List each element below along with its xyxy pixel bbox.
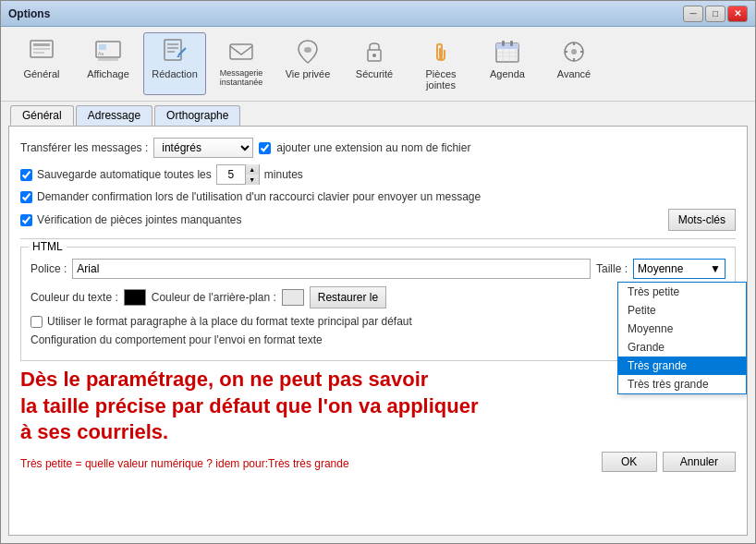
toolbar-item-avance[interactable]: Avancé [543, 32, 605, 95]
toolbar-item-affichage[interactable]: Aa Affichage [77, 32, 140, 95]
svg-marker-13 [177, 55, 180, 57]
utiliser-format-label: Utiliser le format paragraphe à la place… [47, 315, 412, 328]
tab-adressage[interactable]: Adressage [76, 105, 152, 126]
toolbar-label-vie-privee: Vie privée [286, 68, 331, 79]
mots-cles-button[interactable]: Mots-clés [668, 209, 736, 231]
transferer-row: Transférer les messages : intégrés en li… [20, 138, 736, 158]
toolbar-label-securite: Sécurité [356, 68, 393, 79]
utiliser-format-checkbox[interactable] [30, 316, 43, 328]
ajouter-extension-label: ajouter une extension au nom de fichier [276, 141, 470, 154]
toolbar-label-agenda: Agenda [490, 68, 525, 79]
svg-point-17 [372, 54, 376, 57]
restaurer-button[interactable]: Restaurer le [310, 286, 386, 308]
configuration-label: Configuration du comportement pour l'env… [30, 333, 323, 346]
svg-rect-7 [98, 58, 118, 61]
transferer-select[interactable]: intégrés en ligne en pièce jointe [153, 138, 253, 158]
verification-checkbox[interactable] [20, 214, 32, 226]
options-window: Options ─ □ ✕ Général [0, 0, 756, 544]
police-input[interactable] [72, 259, 591, 279]
svg-line-12 [178, 48, 186, 55]
toolbar-item-pieces-jointes[interactable]: Pièces jointes [409, 32, 472, 95]
svg-rect-25 [502, 41, 505, 46]
demander-label: Demander confirmation lors de l'utilisat… [37, 190, 481, 203]
window-title: Options [8, 7, 50, 20]
sauvegarde-row: Sauvegarde automatique toutes les ▲ ▼ mi… [20, 164, 736, 185]
minimize-button[interactable]: ─ [683, 6, 703, 22]
spin-down[interactable]: ▼ [246, 175, 259, 185]
demander-row: Demander confirmation lors de l'utilisat… [20, 190, 736, 203]
dropdown-item-tres-petite[interactable]: Très petite [618, 283, 746, 301]
taille-dropdown-button[interactable]: Moyenne ▼ [633, 259, 726, 279]
dropdown-item-tres-grande[interactable]: Très grande [618, 357, 746, 375]
svg-rect-5 [99, 44, 106, 50]
toolbar-item-vie-privee[interactable]: Vie privée [276, 32, 339, 95]
spin-buttons: ▲ ▼ [245, 164, 259, 185]
title-bar: Options ─ □ ✕ [1, 1, 755, 27]
tab-bar: Général Adressage Orthographe [1, 102, 755, 126]
toolbar-label-messagerie: Messagerie instantanée [213, 68, 270, 87]
bottom-bar: Très petite = quelle valeur numérique ? … [20, 452, 736, 472]
tab-orthographe[interactable]: Orthographe [154, 105, 240, 126]
svg-rect-10 [167, 47, 178, 49]
redaction-icon [160, 37, 189, 66]
toolbar-label-avance: Avancé [557, 68, 591, 79]
title-bar-controls: ─ □ ✕ [683, 6, 748, 22]
spin-up[interactable]: ▲ [246, 164, 259, 175]
verification-label: Vérification de pièces jointes manquante… [37, 213, 241, 226]
tab-general[interactable]: Général [10, 105, 74, 126]
svg-point-15 [304, 47, 311, 53]
couleur-texte-swatch[interactable] [124, 289, 146, 306]
sauvegarde-input[interactable] [217, 168, 245, 181]
securite-icon [360, 37, 389, 66]
preview-line3: à ses courriels. [20, 420, 168, 443]
toolbar-item-securite[interactable]: Sécurité [343, 32, 406, 95]
dropdown-item-petite[interactable]: Petite [618, 301, 746, 320]
svg-rect-11 [167, 51, 175, 53]
svg-rect-14 [230, 44, 252, 59]
toolbar-label-affichage: Affichage [87, 68, 129, 79]
demander-checkbox[interactable] [20, 191, 32, 203]
svg-point-28 [571, 49, 577, 54]
ok-button[interactable]: OK [602, 452, 657, 472]
toolbar-item-messagerie[interactable]: Messagerie instantanée [210, 32, 273, 95]
taille-container: Moyenne ▼ [633, 259, 726, 279]
minutes-label: minutes [264, 168, 303, 181]
ajouter-extension-checkbox[interactable] [259, 142, 271, 154]
toolbar: Général Aa Affichage [1, 27, 755, 102]
svg-rect-19 [496, 43, 518, 49]
svg-rect-1 [33, 43, 50, 46]
toolbar-item-general[interactable]: Général [10, 32, 73, 95]
police-label: Police : [30, 262, 67, 275]
toolbar-item-agenda[interactable]: Agenda [476, 32, 539, 95]
transferer-label: Transférer les messages : [20, 141, 148, 154]
taille-dropdown-arrow: ▼ [710, 262, 721, 275]
toolbar-label-redaction: Rédaction [152, 68, 198, 79]
bottom-buttons: OK Annuler [602, 452, 736, 472]
vie-privee-icon [293, 37, 323, 66]
sauvegarde-checkbox[interactable] [20, 169, 32, 181]
verification-row: Vérification de pièces jointes manquante… [20, 209, 736, 231]
maximize-button[interactable]: □ [705, 6, 726, 22]
toolbar-label-pieces-jointes: Pièces jointes [412, 68, 469, 91]
svg-rect-26 [510, 41, 513, 46]
police-row: Police : Taille : Moyenne ▼ [30, 259, 726, 279]
taille-dropdown-menu: Très petite Petite Moyenne Grande Très g… [617, 282, 747, 394]
couleur-arriere-swatch[interactable] [282, 289, 304, 306]
preview-line1: Dès le paramétrage, on ne peut pas savoi… [20, 368, 428, 391]
svg-rect-2 [33, 48, 50, 50]
sauvegarde-label: Sauvegarde automatique toutes les [37, 168, 212, 181]
taille-current-value: Moyenne [638, 262, 683, 275]
toolbar-item-redaction[interactable]: Rédaction [143, 32, 206, 95]
annuler-button[interactable]: Annuler [663, 452, 736, 472]
pieces-jointes-icon [426, 37, 456, 66]
dropdown-item-moyenne[interactable]: Moyenne [618, 320, 746, 338]
dropdown-item-grande[interactable]: Grande [618, 338, 746, 357]
avance-icon [559, 37, 589, 66]
close-button[interactable]: ✕ [727, 6, 748, 22]
affichage-icon: Aa [93, 37, 123, 66]
sauvegarde-spinner[interactable]: ▲ ▼ [216, 164, 260, 185]
dropdown-item-tres-tres-grande[interactable]: Très très grande [618, 375, 746, 393]
bottom-note: Très petite = quelle valeur numérique ? … [20, 457, 349, 470]
svg-rect-9 [167, 43, 178, 45]
taille-label: Taille : [596, 262, 628, 275]
